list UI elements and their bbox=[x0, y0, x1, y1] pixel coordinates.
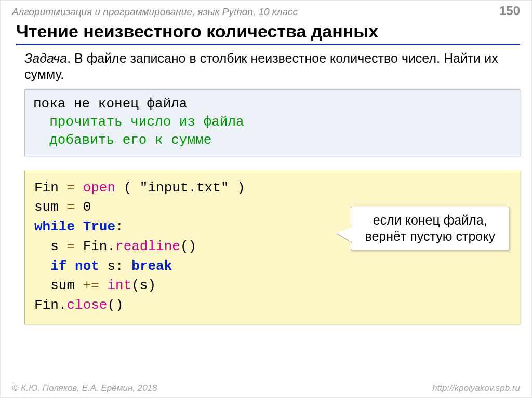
code-token: = bbox=[59, 199, 83, 215]
code-token bbox=[75, 219, 83, 235]
callout-line-2: вернёт пустую строку bbox=[365, 228, 495, 244]
pseudocode-box: пока не конец файла прочитать число из ф… bbox=[24, 89, 520, 156]
code-token: open bbox=[83, 180, 115, 196]
code-token: () bbox=[107, 297, 123, 313]
code-token: not bbox=[75, 258, 99, 274]
code-token: int bbox=[107, 278, 131, 293]
callout-bubble: если конец файла, вернёт пустую строку bbox=[351, 207, 509, 251]
code-token: 0 bbox=[83, 199, 91, 215]
code-token: close bbox=[66, 297, 107, 313]
code-token: sum bbox=[34, 199, 59, 215]
code-token: += bbox=[75, 278, 107, 293]
code-token: = bbox=[59, 180, 83, 196]
code-token: Fin. bbox=[83, 239, 115, 254]
page-title: Чтение неизвестного количества данных bbox=[16, 21, 520, 45]
code-token bbox=[34, 258, 50, 274]
code-token: while bbox=[34, 219, 75, 235]
code-token: : bbox=[115, 219, 124, 235]
code-box: Fin = open ( "input.txt" ) sum = 0 while… bbox=[24, 171, 520, 324]
pseudo-line-1: пока не конец файла bbox=[33, 96, 187, 112]
breadcrumb: Алгоритмизация и программирование, язык … bbox=[12, 6, 298, 18]
code-token: True bbox=[83, 219, 115, 235]
code-token: Fin bbox=[34, 180, 59, 196]
code-token: () bbox=[180, 239, 196, 254]
code-token: ( "input.txt" ) bbox=[115, 180, 245, 196]
pseudo-line-3: добавить его к сумме bbox=[33, 132, 211, 148]
code-token: Fin. bbox=[34, 297, 66, 313]
code-token: = bbox=[59, 239, 83, 254]
page-number: 150 bbox=[499, 4, 520, 18]
task-body: . В файле записано в столбик неизвестное… bbox=[24, 51, 498, 81]
code-token: s: bbox=[99, 258, 131, 274]
code-token: readline bbox=[115, 239, 180, 254]
code-token: s bbox=[34, 239, 59, 254]
footer-copyright: © К.Ю. Поляков, Е.А. Ерёмин, 2018 bbox=[12, 383, 157, 393]
slide: Алгоритмизация и программирование, язык … bbox=[0, 0, 532, 398]
code-token: sum bbox=[34, 278, 75, 293]
callout-line-1: если конец файла, bbox=[365, 212, 495, 228]
code-token: break bbox=[131, 258, 172, 274]
footer: © К.Ю. Поляков, Е.А. Ерёмин, 2018 http:/… bbox=[1, 383, 531, 393]
topbar: Алгоритмизация и программирование, язык … bbox=[1, 1, 531, 18]
code-token bbox=[66, 258, 75, 274]
footer-url: http://kpolyakov.spb.ru bbox=[432, 383, 520, 393]
code-token: if bbox=[50, 258, 66, 274]
task-label: Задача bbox=[24, 51, 67, 65]
callout-tail-icon bbox=[337, 228, 352, 242]
code-token: (s) bbox=[131, 278, 156, 293]
task-text: Задача. В файле записано в столбик неизв… bbox=[24, 50, 520, 83]
pseudo-line-2: прочитать число из файла bbox=[33, 114, 244, 130]
